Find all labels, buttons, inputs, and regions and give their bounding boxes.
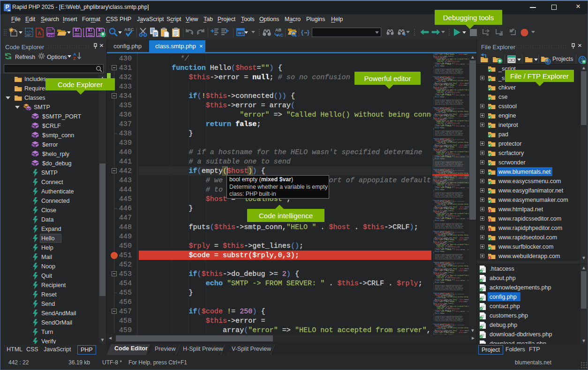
svg-text:</>: </> [26,30,32,34]
svg-text:A: A [38,30,41,36]
svg-text:PHP: PHP [47,33,55,37]
svg-text:Z: Z [73,56,76,60]
svg-text:ABC: ABC [124,27,134,32]
svg-text:{: { [301,29,303,36]
svg-text:AC: AC [277,33,283,37]
svg-text:}: } [307,29,309,36]
svg-text:AB: AB [275,28,281,32]
